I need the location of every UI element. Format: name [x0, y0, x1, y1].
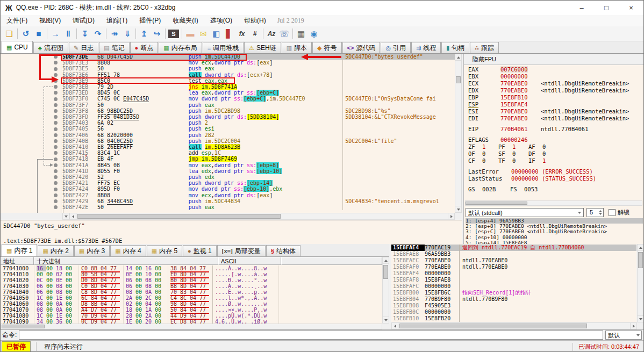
scroll-thumb[interactable] — [77, 214, 281, 219]
hash-button[interactable]: # — [248, 28, 261, 40]
favourites-button[interactable]: ▋ — [223, 28, 235, 40]
restart-button[interactable]: ↺ — [19, 28, 32, 40]
open-file-button[interactable]: ❏ — [3, 28, 16, 40]
breakpoint-dot[interactable] — [54, 145, 58, 149]
register-row[interactable]: EBX00000000 — [468, 73, 643, 80]
breakpoint-dot[interactable] — [54, 175, 58, 179]
stack-row[interactable]: 15E8FAE4770EAC19返回到 ntdll.770EAC19 自 ntd… — [391, 245, 636, 251]
stack-row[interactable]: 15E8FB0015E8FB6C指向SEH_Record[1]的指针 — [391, 290, 636, 296]
scroll-left-arrow[interactable] — [391, 322, 398, 329]
menu-item-0[interactable]: 文件(F) — [1, 15, 33, 26]
disasm-row[interactable]: 5D8F74278B08mov ecx,dword ptr ds:[eax] — [62, 192, 455, 198]
tab-内存布局[interactable]: ▦内存布局 — [159, 42, 202, 53]
memory-hscrollbar[interactable] — [1, 324, 382, 329]
trace-into-button[interactable]: ↠ — [108, 28, 121, 40]
disasm-vscrollbar[interactable] — [455, 54, 462, 213]
register-row[interactable]: EDX770EABE0<ntdll.DbgUiRemoteBreakin> — [468, 87, 643, 94]
breakpoint-dot[interactable] — [54, 127, 58, 131]
stack-row[interactable]: 15E8FAF400000000 — [391, 270, 636, 277]
register-row[interactable]: GS002BFS0053 — [468, 186, 643, 193]
menu-item-1[interactable]: 视图(V) — [33, 15, 67, 26]
scroll-right-arrow[interactable] — [630, 322, 637, 329]
disasm-row[interactable]: 5D8F73FDFF35 0481D35Dpush dword ptr ds:[… — [62, 114, 455, 120]
close-button[interactable]: × — [619, 1, 643, 15]
breakpoint-dot[interactable] — [54, 61, 58, 64]
tab-日志[interactable]: ✎日志 — [69, 42, 98, 53]
breakpoint-dot[interactable] — [54, 169, 58, 173]
scroll-thumb[interactable] — [383, 265, 388, 279]
command-input[interactable] — [19, 331, 603, 340]
functions-button[interactable]: fx — [235, 28, 248, 40]
run-button[interactable]: → — [49, 28, 62, 40]
tab-流程图[interactable]: ♣流程图 — [33, 42, 68, 53]
breakpoint-dot[interactable] — [54, 199, 58, 203]
tab-CPU[interactable]: ▦CPU — [2, 41, 33, 53]
breakpoint-dot[interactable] — [54, 67, 58, 71]
disasm-row[interactable]: 5D8F73EBˇ79 2Djns im.5D8F741A — [62, 84, 455, 90]
scroll-right-arrow[interactable] — [448, 213, 455, 220]
register-row[interactable]: LastError00000000 (ERROR_SUCCESS) — [468, 168, 643, 175]
memory-row[interactable]: 7704106008000A00D88B047702000400988D0477… — [1, 301, 382, 307]
breakpoint-dot[interactable] — [54, 85, 58, 89]
command-profile-select[interactable]: 默认 — [605, 331, 642, 340]
disasm-hscrollbar[interactable] — [69, 213, 455, 220]
disasm-row[interactable]: 5D8F7410E8 26EEFAFFcall im.5D8A623B — [62, 144, 455, 150]
breakpoint-dot[interactable] — [54, 188, 58, 191]
tab-符号[interactable]: ◆符号 — [312, 42, 341, 53]
scroll-thumb[interactable] — [638, 252, 643, 268]
memory-dump-pane[interactable]: 地址 十六进制 ASCII 7704100016001800C08B047714… — [1, 257, 382, 324]
stack-row[interactable]: 15E8FAFC00000000 — [391, 283, 636, 290]
scroll-thumb[interactable] — [399, 324, 587, 328]
scroll-down-arrow[interactable] — [637, 315, 644, 322]
disasm-row[interactable]: 5D8F741D8D55 F0lea edx,dword ptr ss:[ebp… — [62, 168, 455, 174]
breakpoint-dot[interactable] — [54, 193, 58, 197]
tab-断点[interactable]: ●断点 — [130, 42, 159, 53]
stack-row[interactable]: 15E8FB1015E8FB20 — [391, 315, 636, 322]
memory-row[interactable]: 77041090340036000CD904771E002000ECD80477… — [1, 319, 382, 324]
stack-row[interactable]: 15E8FB0C00000000 — [391, 309, 636, 315]
register-row[interactable]: EIP770B4061ntdll.770B4061 — [468, 126, 643, 133]
dock-tab-内存 3[interactable]: ▦内存 3 — [74, 245, 110, 256]
scroll-down-arrow[interactable] — [455, 206, 462, 213]
pause-button[interactable]: ‖ — [62, 28, 75, 40]
scroll-thumb[interactable] — [466, 202, 527, 205]
stop-button[interactable]: ■ — [32, 28, 45, 40]
register-row[interactable]: ECX770EABE0<ntdll.DbgUiRemoteBreakin> — [468, 80, 643, 87]
tab-笔记[interactable]: ▤笔记 — [99, 42, 129, 53]
breakpoint-dot[interactable] — [54, 109, 58, 113]
tab-SEH链[interactable]: ⚠SEH链 — [244, 42, 281, 53]
labels-button[interactable]: ◧ — [210, 28, 223, 40]
calculator-button[interactable]: ▦ — [295, 28, 307, 40]
menu-item-6[interactable]: 选项(O) — [204, 15, 238, 26]
disasm-row[interactable]: 5D8F740B68 04C0C25Dpush im.5DC2C0045DC2C… — [62, 138, 455, 144]
disasm-row[interactable]: 5D8F73F750push eax — [62, 102, 455, 108]
disasm-row[interactable]: 5D8F741583C4 1Cadd esp,1C — [62, 150, 455, 156]
register-row[interactable]: CF0TF0IF1 — [468, 157, 643, 164]
disasm-row[interactable]: 5D8F73E550push eax — [62, 66, 455, 71]
breakpoint-dot[interactable] — [54, 133, 58, 137]
memory-row[interactable]: 7704104006000800C88D047708000A0070830477… — [1, 289, 382, 295]
breakpoint-dot[interactable] — [54, 103, 58, 107]
dock-tab-内存 4[interactable]: ▦内存 4 — [110, 245, 146, 256]
memory-vscrollbar[interactable] — [382, 257, 389, 324]
trace-over-button[interactable]: ⇓ — [121, 28, 134, 40]
dock-tab-内存 5[interactable]: ▦内存 5 — [147, 245, 182, 256]
breakpoint-dot[interactable] — [54, 151, 58, 155]
disasm-row[interactable]: 5D8F73ED8D45 0Clea eax,dword ptr ss:[ebp… — [62, 90, 455, 96]
menu-item-3[interactable]: 追踪(T) — [101, 15, 133, 26]
register-row[interactable]: ESP15E8FAE4 — [468, 101, 643, 108]
register-row[interactable]: LastStatus00000000 (STATUS_SUCCESS) — [468, 175, 643, 182]
stack-row[interactable]: 15E8FAEC770EABE0ntdll.770EABE0 — [391, 257, 636, 264]
dock-tab-结构体[interactable]: §结构体 — [266, 245, 300, 256]
tab-调用堆栈[interactable]: ≡调用堆栈 — [203, 42, 244, 53]
disasm-row[interactable]: 5D8F742E50push eax — [62, 204, 455, 210]
run-to-user-code-button[interactable]: ↪ — [151, 28, 163, 40]
stack-row[interactable]: 15E8FAE896A59BB3 — [391, 251, 636, 257]
memory-row[interactable]: 770410501C001E006C8404772A002C00C48C0477… — [1, 295, 382, 301]
disasm-row[interactable]: 5D8F742052push edx — [62, 174, 455, 180]
menu-item-2[interactable]: 调试(D) — [67, 15, 101, 26]
register-row[interactable]: EFLAGS00000246 — [468, 137, 643, 143]
minimize-button[interactable]: – — [569, 1, 594, 15]
disasm-row[interactable]: 5D8F741A8B45 08mov eax,dword ptr ss:[ebp… — [62, 162, 455, 168]
scroll-left-arrow[interactable] — [69, 213, 76, 220]
